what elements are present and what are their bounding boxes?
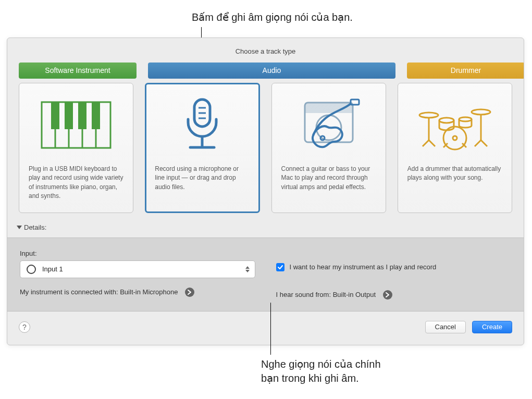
card-audio-mic[interactable]: Record using a microphone or line input … bbox=[145, 83, 259, 213]
svg-line-22 bbox=[423, 140, 429, 146]
monitor-label: I want to hear my instrument as I play a… bbox=[290, 263, 437, 271]
hear-from-row: I hear sound from: Built-in Output bbox=[276, 290, 512, 300]
create-button[interactable]: Create bbox=[472, 321, 512, 333]
card-drummer[interactable]: Add a drummer that automatically plays a… bbox=[398, 83, 512, 213]
tab-software-instrument[interactable]: Software Instrument bbox=[19, 63, 137, 79]
svg-point-20 bbox=[419, 113, 438, 118]
svg-rect-7 bbox=[78, 102, 86, 129]
svg-point-29 bbox=[459, 117, 472, 121]
callout-top: Bấm để ghi âm giọng nói của bạn. bbox=[192, 10, 353, 24]
track-type-tabs: Software Instrument Audio Drummer bbox=[7, 63, 524, 83]
monitor-row: I want to hear my instrument as I play a… bbox=[276, 263, 512, 271]
details-col-left: Input: Input 1 My instrument is connecte… bbox=[20, 250, 255, 300]
tab-drummer[interactable]: Drummer bbox=[407, 63, 524, 79]
svg-line-23 bbox=[429, 140, 435, 146]
card-si-desc: Plug in a USB MIDI keyboard to play and … bbox=[29, 165, 123, 201]
details-disclosure[interactable]: Details: bbox=[7, 221, 524, 238]
input-label: Input: bbox=[20, 250, 255, 257]
input-value: Input 1 bbox=[42, 265, 239, 273]
connected-goto-button[interactable] bbox=[185, 288, 194, 297]
callout-bottom-l2: bạn trong khi ghi âm. bbox=[261, 371, 381, 385]
svg-rect-6 bbox=[65, 102, 73, 129]
svg-point-30 bbox=[443, 127, 466, 149]
svg-line-26 bbox=[475, 140, 481, 146]
callout-line-bottom bbox=[270, 303, 271, 355]
svg-point-31 bbox=[453, 136, 457, 140]
details-col-right: I want to hear my instrument as I play a… bbox=[276, 250, 512, 300]
svg-rect-19 bbox=[351, 99, 359, 105]
disclosure-triangle-icon bbox=[17, 226, 22, 229]
callout-bottom-l1: Nghe giọng nói của chính bbox=[261, 357, 381, 371]
card-audio-guitar[interactable]: Connect a guitar or bass to your Mac to … bbox=[271, 83, 386, 213]
svg-point-24 bbox=[472, 109, 490, 115]
card-mic-desc: Record using a microphone or line input … bbox=[155, 165, 250, 192]
dialog-title: Choose a track type bbox=[7, 38, 524, 63]
details-label: Details: bbox=[24, 223, 46, 231]
piano-keys-icon bbox=[29, 93, 123, 157]
details-panel: Input: Input 1 My instrument is connecte… bbox=[7, 238, 524, 311]
guitar-amp-icon bbox=[281, 93, 376, 157]
callout-bottom: Nghe giọng nói của chính bạn trong khi g… bbox=[261, 357, 381, 385]
card-software-instrument[interactable]: Plug in a USB MIDI keyboard to play and … bbox=[19, 83, 133, 213]
cancel-button[interactable]: Cancel bbox=[425, 321, 466, 333]
help-button[interactable]: ? bbox=[19, 321, 30, 333]
monitor-checkbox[interactable] bbox=[276, 263, 284, 271]
svg-point-28 bbox=[439, 118, 454, 123]
track-type-cards: Plug in a USB MIDI keyboard to play and … bbox=[7, 83, 524, 221]
drumkit-icon bbox=[407, 93, 502, 157]
select-arrows-icon bbox=[245, 266, 251, 272]
svg-rect-8 bbox=[92, 102, 100, 129]
microphone-icon bbox=[155, 93, 250, 157]
new-track-dialog: Choose a track type Software Instrument … bbox=[7, 38, 524, 345]
card-guitar-desc: Connect a guitar or bass to your Mac to … bbox=[281, 165, 376, 192]
connected-with-row: My instrument is connected with: Built-i… bbox=[20, 288, 255, 297]
dialog-footer: ? Cancel Create bbox=[7, 311, 524, 345]
tab-audio[interactable]: Audio bbox=[148, 63, 395, 79]
svg-rect-5 bbox=[51, 102, 59, 129]
svg-line-27 bbox=[481, 140, 487, 146]
input-channel-icon bbox=[27, 265, 36, 274]
hear-from-text: I hear sound from: Built-in Output bbox=[276, 291, 376, 298]
callout-top-text: Bấm để ghi âm giọng nói của bạn. bbox=[192, 11, 353, 23]
hear-goto-button[interactable] bbox=[383, 290, 392, 300]
card-drummer-desc: Add a drummer that automatically plays a… bbox=[407, 165, 502, 183]
input-select[interactable]: Input 1 bbox=[20, 260, 255, 278]
connected-with-text: My instrument is connected with: Built-i… bbox=[20, 288, 178, 296]
